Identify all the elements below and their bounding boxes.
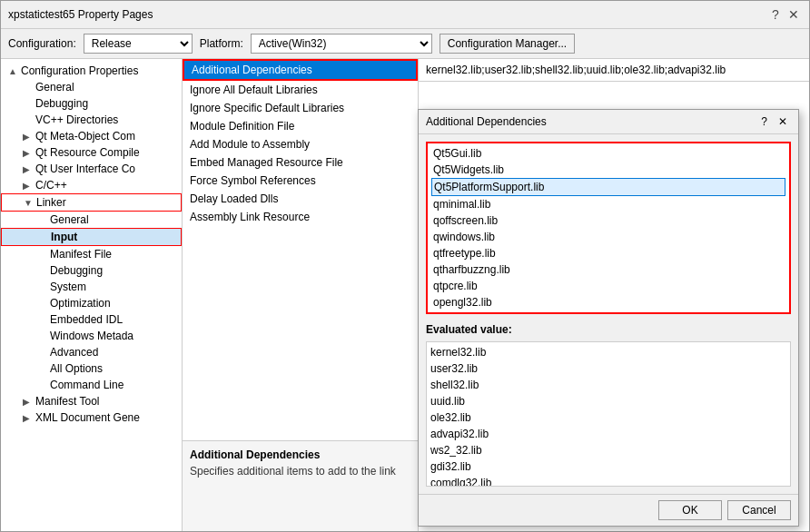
prop-item-force-symbol[interactable]: Force Symbol References	[183, 172, 418, 190]
platform-label: Platform:	[200, 37, 243, 50]
tree-label-advanced: Advanced	[50, 346, 98, 359]
dialog-title-bar: Additional Dependencies ? ✕	[419, 110, 798, 134]
dialog-controls: ? ✕	[757, 115, 791, 128]
tree-label-optimization: Optimization	[50, 297, 111, 310]
prop-item-ignore-all[interactable]: Ignore All Default Libraries	[183, 81, 418, 99]
tree-label-qt-meta: Qt Meta-Object Com	[35, 130, 135, 143]
tree-label-qt-ui: Qt User Interface Co	[35, 163, 135, 175]
ok-button[interactable]: OK	[658, 500, 722, 520]
eval-lib-0: kernel32.lib	[430, 344, 786, 360]
window-title: xpstatictest65 Property Pages	[8, 8, 153, 21]
tree-label-vc-dirs: VC++ Directories	[35, 113, 118, 126]
tree-item-debugging[interactable]: Debugging	[1, 95, 182, 112]
tree-item-embedded-idl[interactable]: Embedded IDL	[1, 311, 182, 328]
prop-item-additional-deps[interactable]: Additional Dependencies	[183, 59, 418, 81]
edit-lib-qtfreetype: qtfreetype.lib	[431, 245, 785, 261]
prop-item-embed-managed[interactable]: Embed Managed Resource File	[183, 153, 418, 172]
tree-expander-qt-ui: ▶	[23, 164, 35, 174]
tree-label-config-props: Configuration Properties	[21, 64, 138, 77]
tree-item-windows-meta[interactable]: Windows Metada	[1, 328, 182, 344]
cancel-button[interactable]: Cancel	[727, 500, 791, 520]
prop-item-add-module[interactable]: Add Module to Assembly	[183, 135, 418, 153]
tree-item-qt-resource[interactable]: ▶Qt Resource Compile	[1, 144, 182, 161]
prop-item-assembly-link[interactable]: Assembly Link Resource	[183, 208, 418, 226]
tree-item-advanced[interactable]: Advanced	[1, 344, 182, 360]
tree-expander-manifest-tool: ▶	[23, 397, 35, 407]
edit-lib-qwindows: qwindows.lib	[431, 229, 785, 245]
help-button[interactable]: ?	[767, 6, 784, 23]
tree-item-command-line[interactable]: Command Line	[1, 377, 182, 393]
tree-label-xml-doc: XML Document Gene	[35, 411, 140, 424]
edit-lib-qt5gui: Qt5Gui.lib	[431, 145, 785, 162]
tree-panel: ▲Configuration PropertiesGeneralDebuggin…	[1, 59, 183, 531]
tree-label-cpp: C/C++	[35, 179, 67, 192]
prop-item-delay-loaded[interactable]: Delay Loaded Dlls	[183, 190, 418, 208]
prop-item-ignore-specific[interactable]: Ignore Specific Default Libraries	[183, 99, 418, 117]
dialog-help-button[interactable]: ?	[757, 115, 771, 128]
tree-item-qt-ui[interactable]: ▶Qt User Interface Co	[1, 161, 182, 177]
eval-lib-5: advapi32.lib	[430, 426, 786, 442]
tree-expander-qt-resource: ▶	[23, 148, 35, 158]
tree-label-manifest-file: Manifest File	[50, 248, 112, 261]
edit-lib-qtharfbuzzng: qtharfbuzzng.lib	[431, 261, 785, 278]
tree-label-debugging: Debugging	[35, 97, 88, 110]
tree-item-manifest-file[interactable]: Manifest File	[1, 246, 182, 262]
tree-label-linker-general: General	[50, 213, 89, 226]
tree-item-system[interactable]: System	[1, 279, 182, 295]
dialog-close-button[interactable]: ✕	[775, 115, 791, 128]
tree-label-qt-resource: Qt Resource Compile	[35, 146, 140, 159]
tree-item-general[interactable]: General	[1, 79, 182, 95]
dialog-footer: OK Cancel	[419, 494, 798, 526]
dialog-edit-box[interactable]: Qt5Gui.libQt5Widgets.libQt5PlatformSuppo…	[426, 142, 791, 314]
close-button[interactable]: ✕	[785, 6, 802, 23]
tree-label-windows-meta: Windows Metada	[50, 330, 133, 342]
dialog-title: Additional Dependencies	[426, 115, 547, 128]
tree-item-linker-input[interactable]: Input	[1, 228, 182, 246]
tree-item-linker-general[interactable]: General	[1, 212, 182, 228]
tree-item-xml-doc[interactable]: ▶XML Document Gene	[1, 409, 182, 426]
tree-label-linker-input: Input	[51, 231, 77, 243]
tree-expander-config-props: ▲	[8, 66, 21, 76]
main-window: xpstatictest65 Property Pages ? ✕ Config…	[0, 0, 810, 532]
platform-select[interactable]: Active(Win32)	[251, 34, 432, 54]
tree-item-linker[interactable]: ▼Linker	[1, 193, 182, 212]
tree-expander-qt-meta: ▶	[23, 132, 35, 142]
edit-lib-qminimal: qminimal.lib	[431, 196, 785, 212]
title-bar-controls: ? ✕	[767, 6, 802, 23]
evaluated-box: kernel32.libuser32.libshell32.libuuid.li…	[426, 341, 791, 487]
tree-item-cpp[interactable]: ▶C/C++	[1, 177, 182, 193]
tree-expander-linker: ▼	[24, 198, 36, 208]
prop-section-title: Additional Dependencies	[190, 448, 410, 461]
config-label: Configuration:	[8, 37, 76, 50]
tree-item-manifest-tool[interactable]: ▶Manifest Tool	[1, 393, 182, 409]
edit-lib-qtpcre: qtpcre.lib	[431, 278, 785, 294]
tree-label-all-options: All Options	[50, 362, 103, 375]
tree-label-embedded-idl: Embedded IDL	[50, 313, 123, 326]
dialog-body: Qt5Gui.libQt5Widgets.libQt5PlatformSuppo…	[419, 134, 798, 494]
config-manager-button[interactable]: Configuration Manager...	[440, 34, 575, 54]
tree-label-manifest-tool: Manifest Tool	[35, 395, 99, 408]
eval-lib-4: ole32.lib	[430, 409, 786, 426]
edit-lib-qt5widgets: Qt5Widgets.lib	[431, 162, 785, 178]
prop-section-desc: Specifies additional items to add to the…	[190, 465, 410, 478]
tree-item-qt-meta[interactable]: ▶Qt Meta-Object Com	[1, 128, 182, 144]
tree-item-linker-debug[interactable]: Debugging	[1, 262, 182, 279]
additional-dependencies-dialog: Additional Dependencies ? ✕ Qt5Gui.libQt…	[418, 109, 799, 527]
eval-lib-1: user32.lib	[430, 360, 786, 377]
edit-lib-qoffscreen: qoffscreen.lib	[431, 212, 785, 229]
prop-item-module-def[interactable]: Module Definition File	[183, 117, 418, 135]
properties-list: Additional DependenciesIgnore All Defaul…	[183, 59, 418, 440]
tree-item-all-options[interactable]: All Options	[1, 360, 182, 377]
config-select[interactable]: Release	[84, 34, 193, 54]
tree-label-command-line: Command Line	[50, 379, 123, 391]
tree-item-optimization[interactable]: Optimization	[1, 295, 182, 311]
eval-lib-6: ws2_32.lib	[430, 442, 786, 458]
evaluated-label: Evaluated value:	[426, 323, 791, 336]
tree-expander-cpp: ▶	[23, 181, 35, 191]
eval-lib-8: comdlg32.lib	[430, 475, 786, 487]
properties-panel: Additional DependenciesIgnore All Defaul…	[183, 59, 419, 531]
current-value: kernel32.lib;user32.lib;shell32.lib;uuid…	[419, 59, 809, 82]
tree-item-config-props[interactable]: ▲Configuration Properties	[1, 63, 182, 79]
edit-lib-qt5platformsupport: Qt5PlatformSupport.lib	[431, 178, 785, 196]
tree-item-vc-dirs[interactable]: VC++ Directories	[1, 112, 182, 128]
